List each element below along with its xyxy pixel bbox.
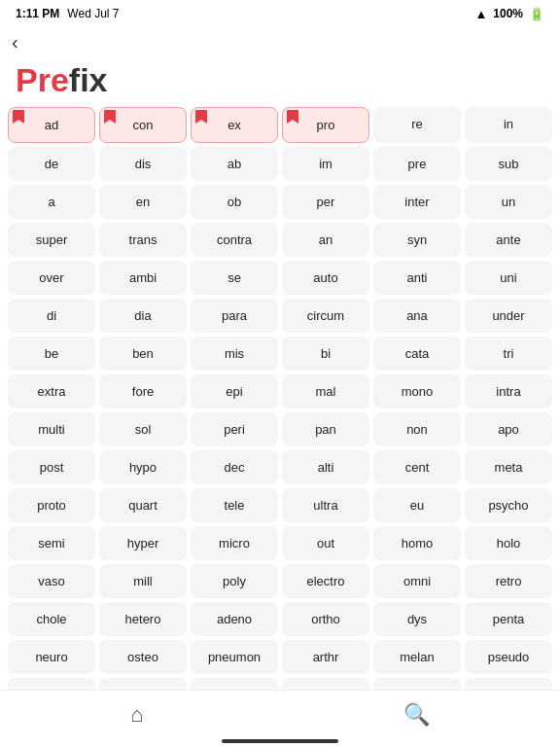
- grid-cell-13-3[interactable]: ortho: [282, 602, 369, 636]
- grid-cell-9-3[interactable]: alti: [282, 450, 369, 484]
- grid-cell-9-4[interactable]: cent: [373, 450, 461, 484]
- grid-cell-9-5[interactable]: meta: [465, 450, 552, 484]
- grid-cell-10-3[interactable]: ultra: [282, 488, 369, 522]
- grid-row-3: supertranscontraansynante: [8, 223, 552, 257]
- grid-cell-2-4[interactable]: inter: [373, 185, 461, 219]
- grid-cell-4-5[interactable]: uni: [465, 261, 552, 295]
- search-nav-item[interactable]: 🔍: [380, 698, 453, 731]
- grid-cell-4-0[interactable]: over: [8, 261, 95, 295]
- grid-cell-3-3[interactable]: an: [282, 223, 369, 257]
- grid-cell-4-2[interactable]: se: [191, 261, 278, 295]
- grid-cell-0-3[interactable]: pro: [282, 107, 369, 143]
- grid-cell-10-0[interactable]: proto: [8, 488, 95, 522]
- grid-cell-12-0[interactable]: vaso: [8, 564, 95, 598]
- grid-cell-8-0[interactable]: multi: [8, 412, 95, 446]
- grid-cell-8-3[interactable]: pan: [282, 412, 369, 446]
- grid-cell-12-4[interactable]: omni: [373, 564, 461, 598]
- grid-cell-12-1[interactable]: mill: [99, 564, 187, 598]
- grid-cell-1-3[interactable]: im: [282, 147, 369, 181]
- grid-cell-1-2[interactable]: ab: [191, 147, 278, 181]
- grid-cell-0-5[interactable]: in: [465, 107, 552, 143]
- grid-cell-6-5[interactable]: tri: [465, 337, 552, 371]
- grid-cell-3-4[interactable]: syn: [373, 223, 461, 257]
- grid-cell-5-2[interactable]: para: [191, 299, 278, 333]
- grid-cell-3-0[interactable]: super: [8, 223, 95, 257]
- grid-cell-5-0[interactable]: di: [8, 299, 95, 333]
- bookmark-icon: [13, 110, 24, 124]
- grid-cell-1-5[interactable]: sub: [465, 147, 552, 181]
- grid-cell-13-4[interactable]: dys: [373, 602, 461, 636]
- grid-cell-11-0[interactable]: semi: [8, 526, 95, 560]
- grid-cell-13-2[interactable]: adeno: [191, 602, 278, 636]
- grid-cell-14-0[interactable]: neuro: [8, 640, 95, 674]
- grid-cell-0-0[interactable]: ad: [8, 107, 95, 143]
- grid-cell-2-0[interactable]: a: [8, 185, 95, 219]
- grid-cell-7-5[interactable]: intra: [465, 374, 552, 409]
- grid-cell-13-5[interactable]: penta: [465, 602, 552, 636]
- grid-cell-14-1[interactable]: osteo: [99, 640, 187, 674]
- grid-cell-14-3[interactable]: arthr: [282, 640, 369, 674]
- grid-cell-5-3[interactable]: circum: [282, 299, 369, 333]
- grid-cell-13-1[interactable]: hetero: [99, 602, 187, 636]
- grid-cell-7-1[interactable]: fore: [99, 374, 187, 409]
- grid-cell-2-5[interactable]: un: [465, 185, 552, 219]
- grid-cell-6-0[interactable]: be: [8, 337, 95, 371]
- grid-cell-5-1[interactable]: dia: [99, 299, 187, 333]
- battery-percent: 100%: [493, 7, 523, 20]
- grid-cell-4-4[interactable]: anti: [373, 261, 461, 295]
- grid-cell-6-2[interactable]: mis: [191, 337, 278, 371]
- grid-cell-7-2[interactable]: epi: [191, 374, 278, 409]
- cell-text: mill: [133, 574, 153, 588]
- grid-cell-8-1[interactable]: sol: [99, 412, 187, 446]
- grid-cell-0-4[interactable]: re: [373, 107, 461, 143]
- grid-cell-3-2[interactable]: contra: [191, 223, 278, 257]
- grid-cell-6-3[interactable]: bi: [282, 337, 369, 371]
- grid-cell-10-1[interactable]: quart: [99, 488, 187, 522]
- grid-cell-3-5[interactable]: ante: [465, 223, 552, 257]
- grid-cell-7-3[interactable]: mal: [282, 374, 369, 409]
- grid-cell-11-3[interactable]: out: [282, 526, 369, 560]
- grid-cell-0-2[interactable]: ex: [191, 107, 278, 143]
- grid-cell-2-2[interactable]: ob: [191, 185, 278, 219]
- bookmark-icon: [195, 110, 207, 124]
- grid-cell-14-4[interactable]: melan: [373, 640, 461, 674]
- grid-cell-14-5[interactable]: pseudo: [465, 640, 552, 674]
- grid-cell-12-2[interactable]: poly: [191, 564, 278, 598]
- grid-cell-4-1[interactable]: ambi: [99, 261, 187, 295]
- grid-cell-11-4[interactable]: homo: [373, 526, 461, 560]
- grid-cell-8-5[interactable]: apo: [465, 412, 552, 446]
- grid-cell-13-0[interactable]: chole: [8, 602, 95, 636]
- grid-cell-7-4[interactable]: mono: [373, 374, 461, 409]
- home-nav-item[interactable]: ⌂: [107, 698, 166, 731]
- grid-cell-5-5[interactable]: under: [465, 299, 552, 333]
- grid-cell-2-1[interactable]: en: [99, 185, 187, 219]
- grid-cell-10-5[interactable]: psycho: [465, 488, 552, 522]
- grid-cell-6-4[interactable]: cata: [373, 337, 461, 371]
- grid-cell-11-5[interactable]: holo: [465, 526, 552, 560]
- grid-cell-0-1[interactable]: con: [99, 107, 187, 143]
- grid-cell-5-4[interactable]: ana: [373, 299, 461, 333]
- grid-cell-12-3[interactable]: electro: [282, 564, 369, 598]
- grid-cell-3-1[interactable]: trans: [99, 223, 187, 257]
- grid-cell-1-1[interactable]: dis: [99, 147, 187, 181]
- grid-cell-8-2[interactable]: peri: [191, 412, 278, 446]
- grid-cell-1-0[interactable]: de: [8, 147, 95, 181]
- grid-cell-8-4[interactable]: non: [373, 412, 461, 446]
- back-button[interactable]: ‹: [0, 27, 560, 57]
- grid-cell-11-2[interactable]: micro: [191, 526, 278, 560]
- grid-cell-14-2[interactable]: pneumon: [191, 640, 278, 674]
- grid-cell-9-2[interactable]: dec: [191, 450, 278, 484]
- grid-cell-7-0[interactable]: extra: [8, 374, 95, 409]
- cell-text: in: [504, 117, 513, 131]
- grid-cell-11-1[interactable]: hyper: [99, 526, 187, 560]
- grid-cell-4-3[interactable]: auto: [282, 261, 369, 295]
- grid-cell-9-0[interactable]: post: [8, 450, 95, 484]
- grid-cell-10-2[interactable]: tele: [191, 488, 278, 522]
- grid-cell-10-4[interactable]: eu: [373, 488, 461, 522]
- grid-cell-1-4[interactable]: pre: [373, 147, 461, 181]
- grid-cell-6-1[interactable]: ben: [99, 337, 187, 371]
- grid-cell-2-3[interactable]: per: [282, 185, 369, 219]
- grid-cell-12-5[interactable]: retro: [465, 564, 552, 598]
- grid-cell-9-1[interactable]: hypo: [99, 450, 187, 484]
- cell-text: multi: [38, 422, 64, 437]
